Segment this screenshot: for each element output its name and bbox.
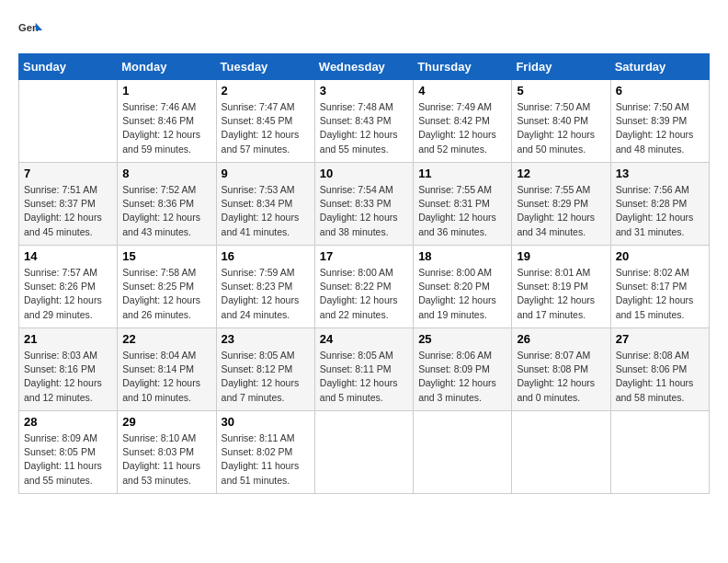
col-header-thursday: Thursday (414, 54, 512, 80)
cell-content: Sunrise: 8:07 AMSunset: 8:08 PMDaylight:… (517, 349, 605, 405)
calendar-cell: 21Sunrise: 8:03 AMSunset: 8:16 PMDayligh… (19, 328, 118, 411)
calendar-cell: 25Sunrise: 8:06 AMSunset: 8:09 PMDayligh… (414, 328, 512, 411)
day-number: 4 (418, 84, 506, 98)
day-number: 3 (320, 84, 408, 98)
calendar-cell: 29Sunrise: 8:10 AMSunset: 8:03 PMDayligh… (118, 411, 216, 494)
cell-content: Sunrise: 8:00 AMSunset: 8:20 PMDaylight:… (418, 266, 506, 322)
day-number: 1 (122, 84, 210, 98)
calendar-cell (610, 411, 709, 494)
cell-content: Sunrise: 7:54 AMSunset: 8:33 PMDaylight:… (320, 183, 408, 239)
col-header-saturday: Saturday (610, 54, 709, 80)
cell-content: Sunrise: 7:46 AMSunset: 8:46 PMDaylight:… (122, 100, 210, 156)
calendar-cell: 2Sunrise: 7:47 AMSunset: 8:45 PMDaylight… (216, 80, 314, 163)
day-number: 13 (616, 167, 704, 180)
header: Gen (18, 18, 710, 44)
day-number: 26 (517, 332, 605, 346)
day-number: 24 (320, 332, 408, 346)
day-number: 28 (24, 415, 112, 429)
cell-content: Sunrise: 7:49 AMSunset: 8:42 PMDaylight:… (418, 100, 506, 156)
cell-content: Sunrise: 8:06 AMSunset: 8:09 PMDaylight:… (418, 349, 506, 405)
logo: Gen (18, 18, 48, 44)
cell-content: Sunrise: 7:55 AMSunset: 8:29 PMDaylight:… (517, 183, 605, 239)
day-number: 23 (222, 332, 310, 346)
day-number: 27 (616, 332, 704, 346)
calendar-cell: 15Sunrise: 7:58 AMSunset: 8:25 PMDayligh… (118, 246, 216, 328)
day-number: 16 (222, 249, 310, 263)
cell-content: Sunrise: 7:53 AMSunset: 8:34 PMDaylight:… (222, 183, 310, 239)
col-header-monday: Monday (118, 54, 216, 80)
day-number: 14 (24, 249, 112, 263)
cell-content: Sunrise: 8:05 AMSunset: 8:12 PMDaylight:… (222, 349, 310, 405)
col-header-friday: Friday (512, 54, 610, 80)
day-number: 8 (122, 167, 210, 180)
calendar-cell: 4Sunrise: 7:49 AMSunset: 8:42 PMDaylight… (414, 80, 512, 163)
cell-content: Sunrise: 7:56 AMSunset: 8:28 PMDaylight:… (616, 183, 704, 239)
cell-content: Sunrise: 7:50 AMSunset: 8:39 PMDaylight:… (616, 100, 704, 156)
calendar-cell: 23Sunrise: 8:05 AMSunset: 8:12 PMDayligh… (216, 328, 314, 411)
day-number: 10 (320, 167, 408, 180)
calendar-cell: 5Sunrise: 7:50 AMSunset: 8:40 PMDaylight… (512, 80, 610, 163)
day-number: 7 (24, 167, 112, 180)
calendar-cell: 19Sunrise: 8:01 AMSunset: 8:19 PMDayligh… (512, 246, 610, 328)
cell-content: Sunrise: 7:50 AMSunset: 8:40 PMDaylight:… (517, 100, 605, 156)
day-number: 20 (616, 249, 704, 263)
calendar-cell: 3Sunrise: 7:48 AMSunset: 8:43 PMDaylight… (314, 80, 413, 163)
calendar-cell: 17Sunrise: 8:00 AMSunset: 8:22 PMDayligh… (314, 246, 413, 328)
day-number: 2 (222, 84, 310, 98)
cell-content: Sunrise: 8:04 AMSunset: 8:14 PMDaylight:… (122, 349, 210, 405)
cell-content: Sunrise: 7:59 AMSunset: 8:23 PMDaylight:… (222, 266, 310, 322)
cell-content: Sunrise: 7:47 AMSunset: 8:45 PMDaylight:… (222, 100, 310, 156)
col-header-tuesday: Tuesday (216, 54, 314, 80)
cell-content: Sunrise: 8:05 AMSunset: 8:11 PMDaylight:… (320, 349, 408, 405)
cell-content: Sunrise: 7:55 AMSunset: 8:31 PMDaylight:… (418, 183, 506, 239)
calendar-cell: 10Sunrise: 7:54 AMSunset: 8:33 PMDayligh… (314, 163, 413, 246)
calendar-cell: 1Sunrise: 7:46 AMSunset: 8:46 PMDaylight… (118, 80, 216, 163)
cell-content: Sunrise: 7:51 AMSunset: 8:37 PMDaylight:… (24, 183, 112, 239)
calendar-cell: 6Sunrise: 7:50 AMSunset: 8:39 PMDaylight… (610, 80, 709, 163)
day-number: 22 (122, 332, 210, 346)
calendar-cell: 26Sunrise: 8:07 AMSunset: 8:08 PMDayligh… (512, 328, 610, 411)
day-number: 19 (517, 249, 605, 263)
calendar-cell: 12Sunrise: 7:55 AMSunset: 8:29 PMDayligh… (512, 163, 610, 246)
calendar-table: SundayMondayTuesdayWednesdayThursdayFrid… (18, 53, 710, 494)
cell-content: Sunrise: 7:57 AMSunset: 8:26 PMDaylight:… (24, 266, 112, 322)
cell-content: Sunrise: 8:10 AMSunset: 8:03 PMDaylight:… (122, 431, 210, 488)
col-header-sunday: Sunday (19, 54, 118, 80)
cell-content: Sunrise: 8:00 AMSunset: 8:22 PMDaylight:… (320, 266, 408, 322)
day-number: 12 (517, 167, 605, 180)
cell-content: Sunrise: 8:03 AMSunset: 8:16 PMDaylight:… (24, 349, 112, 405)
calendar-cell: 9Sunrise: 7:53 AMSunset: 8:34 PMDaylight… (216, 163, 314, 246)
svg-marker-1 (36, 23, 42, 30)
cell-content: Sunrise: 8:09 AMSunset: 8:05 PMDaylight:… (24, 431, 112, 488)
calendar-cell (512, 411, 610, 494)
calendar-cell: 20Sunrise: 8:02 AMSunset: 8:17 PMDayligh… (610, 246, 709, 328)
day-number: 21 (24, 332, 112, 346)
day-number: 15 (122, 249, 210, 263)
calendar-cell: 24Sunrise: 8:05 AMSunset: 8:11 PMDayligh… (314, 328, 413, 411)
calendar-cell: 16Sunrise: 7:59 AMSunset: 8:23 PMDayligh… (216, 246, 314, 328)
calendar-cell: 14Sunrise: 7:57 AMSunset: 8:26 PMDayligh… (19, 246, 118, 328)
calendar-cell (414, 411, 512, 494)
calendar-cell: 22Sunrise: 8:04 AMSunset: 8:14 PMDayligh… (118, 328, 216, 411)
day-number: 25 (418, 332, 506, 346)
calendar-cell: 7Sunrise: 7:51 AMSunset: 8:37 PMDaylight… (19, 163, 118, 246)
day-number: 9 (222, 167, 310, 180)
cell-content: Sunrise: 7:48 AMSunset: 8:43 PMDaylight:… (320, 100, 408, 156)
calendar-cell: 8Sunrise: 7:52 AMSunset: 8:36 PMDaylight… (118, 163, 216, 246)
cell-content: Sunrise: 8:01 AMSunset: 8:19 PMDaylight:… (517, 266, 605, 322)
day-number: 29 (122, 415, 210, 429)
calendar-cell (314, 411, 413, 494)
col-header-wednesday: Wednesday (314, 54, 413, 80)
day-number: 5 (517, 84, 605, 98)
logo-icon: Gen (18, 18, 44, 44)
cell-content: Sunrise: 8:08 AMSunset: 8:06 PMDaylight:… (616, 349, 704, 405)
day-number: 17 (320, 249, 408, 263)
calendar-cell: 27Sunrise: 8:08 AMSunset: 8:06 PMDayligh… (610, 328, 709, 411)
cell-content: Sunrise: 8:11 AMSunset: 8:02 PMDaylight:… (222, 431, 310, 488)
calendar-cell: 13Sunrise: 7:56 AMSunset: 8:28 PMDayligh… (610, 163, 709, 246)
svg-text:Gen: Gen (18, 22, 39, 33)
day-number: 18 (418, 249, 506, 263)
day-number: 11 (418, 167, 506, 180)
calendar-cell (19, 80, 118, 163)
calendar-cell: 30Sunrise: 8:11 AMSunset: 8:02 PMDayligh… (216, 411, 314, 494)
